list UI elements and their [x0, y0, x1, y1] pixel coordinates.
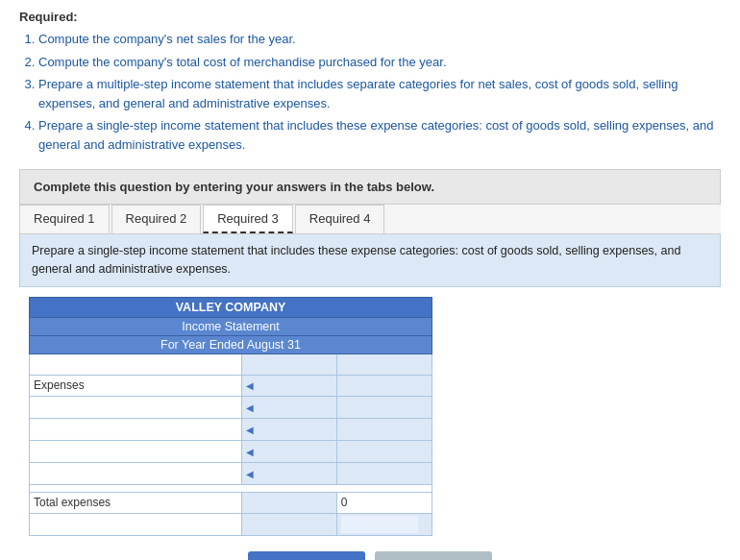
next-button[interactable]: Required 4 > — [375, 551, 492, 561]
period-row: For Year Ended August 31 — [30, 335, 432, 353]
triangle-1: ◀ — [246, 402, 254, 413]
bottom-input-row — [30, 513, 432, 535]
expense-item-2-value2 — [336, 418, 432, 440]
period-cell: For Year Ended August 31 — [30, 335, 432, 353]
total-expenses-value1 — [241, 492, 336, 513]
required-item-2: Compute the company's total cost of merc… — [38, 53, 721, 72]
value2-blank-1 — [336, 353, 432, 375]
required-section: Required: Compute the company's net sale… — [19, 10, 721, 154]
triangle-4: ◀ — [246, 469, 254, 479]
required-item-4: Prepare a single-step income statement t… — [38, 116, 721, 154]
expenses-label: Expenses — [34, 378, 85, 392]
triangle-2: ◀ — [246, 425, 254, 435]
required-item-1: Compute the company's net sales for the … — [38, 30, 721, 49]
expense-item-2-label[interactable] — [30, 418, 242, 440]
triangle-3: ◀ — [246, 447, 254, 457]
tab-required-3[interactable]: Required 3 — [203, 205, 293, 233]
bottom-value2-input[interactable] — [341, 516, 418, 533]
bottom-nav: < Required 3 Required 4 > — [19, 551, 721, 561]
expense-item-1-value1: ◀ — [241, 396, 336, 418]
expense-item-1: ◀ — [30, 396, 432, 418]
expenses-value-2 — [336, 375, 432, 396]
company-name-row: VALLEY COMPANY — [30, 297, 432, 317]
income-table: VALLEY COMPANY Income Statement For Year… — [29, 297, 432, 536]
expense-item-3-label[interactable] — [30, 440, 242, 462]
expense-item-2-input[interactable] — [34, 421, 187, 438]
expense-item-1-input[interactable] — [34, 399, 187, 416]
expenses-row: Expenses ◀ — [30, 375, 432, 396]
value1-blank-1 — [241, 353, 336, 375]
expense-item-2-value1: ◀ — [241, 418, 336, 440]
table-section: VALLEY COMPANY Income Statement For Year… — [19, 297, 721, 536]
total-expenses-value: 0 — [341, 496, 348, 509]
expense-item-4: ◀ — [30, 462, 432, 484]
total-expenses-row: Total expenses 0 — [30, 492, 432, 513]
total-expenses-label: Total expenses — [34, 496, 111, 509]
required-title: Required: — [19, 10, 721, 24]
expenses-label-cell: Expenses — [30, 375, 242, 396]
expense-item-4-value1: ◀ — [241, 462, 336, 484]
spacer-cell — [30, 484, 432, 492]
expense-item-4-value2 — [336, 462, 432, 484]
bottom-label-cell[interactable] — [30, 513, 242, 535]
instructions-box: Complete this question by entering your … — [19, 169, 721, 205]
tab-required-1[interactable]: Required 1 — [19, 205, 110, 233]
tab-content-description: Prepare a single-step income statement t… — [19, 234, 721, 287]
required-item-3: Prepare a multiple-step income statement… — [38, 75, 721, 112]
statement-type-cell: Income Statement — [30, 317, 432, 335]
expense-item-4-label[interactable] — [30, 462, 242, 484]
expenses-value-1: ◀ — [241, 375, 336, 396]
blank-row-1 — [30, 353, 432, 375]
bottom-value1 — [241, 513, 336, 535]
company-name-cell: VALLEY COMPANY — [30, 297, 432, 317]
expense-item-2: ◀ — [30, 418, 432, 440]
bottom-value2 — [336, 513, 432, 535]
expense-item-3-input[interactable] — [34, 443, 187, 460]
expenses-triangle: ◀ — [246, 380, 254, 391]
statement-type-row: Income Statement — [30, 317, 432, 335]
expense-item-1-label[interactable] — [30, 396, 242, 418]
tabs-container: Required 1 Required 2 Required 3 Require… — [19, 205, 721, 234]
expense-item-4-input[interactable] — [34, 465, 187, 482]
label-blank-1 — [30, 353, 242, 375]
spacer-row — [30, 484, 432, 492]
total-expenses-label-cell: Total expenses — [30, 492, 242, 513]
bottom-label-input[interactable] — [34, 516, 187, 533]
expense-item-1-value2 — [336, 396, 432, 418]
prev-button[interactable]: < Required 3 — [248, 551, 365, 561]
total-expenses-value2: 0 — [336, 492, 432, 513]
tab-required-2[interactable]: Required 2 — [111, 205, 202, 233]
expense-item-3-value2 — [336, 440, 432, 462]
tab-required-4[interactable]: Required 4 — [295, 205, 385, 233]
expense-item-3-value1: ◀ — [241, 440, 336, 462]
expense-item-3: ◀ — [30, 440, 432, 462]
